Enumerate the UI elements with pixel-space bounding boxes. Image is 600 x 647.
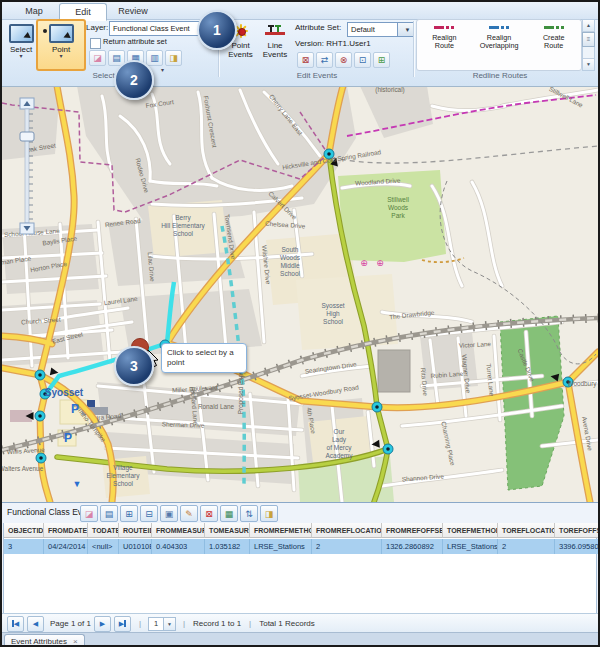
event-window-icon[interactable]: ⊡ xyxy=(354,52,371,68)
column-header-frommeasure[interactable]: FROMMEASURE xyxy=(152,523,205,538)
column-header-torefoffset[interactable]: TOREFOFFSET xyxy=(555,523,599,538)
delete-record-icon[interactable]: ⊠ xyxy=(200,505,218,522)
cell-fromrefoffset[interactable]: 1326.2860892 xyxy=(382,539,443,554)
save-icon[interactable]: ▣ xyxy=(160,505,178,522)
map-label: ▼ xyxy=(73,479,82,489)
map-label: Berry xyxy=(175,214,191,222)
column-header-fromrefmethod[interactable]: FROMREFMETHOD xyxy=(250,523,312,538)
cell-torefoffset[interactable]: 3396.0958005 xyxy=(555,539,599,554)
table-header: OBJECTIDFROMDATETODATEROUTEIDFROMMEASURE… xyxy=(4,523,599,539)
column-header-routeid[interactable]: ROUTEID xyxy=(119,523,152,538)
select-button[interactable]: Select ▾ xyxy=(5,20,37,70)
split-event-icon[interactable]: ⊠ xyxy=(297,52,314,68)
unselect-records-icon[interactable]: ⊟ xyxy=(140,505,158,522)
map-label: Syosset xyxy=(45,387,84,398)
map-label: Channing Place xyxy=(439,421,456,467)
map-label: School xyxy=(173,230,193,237)
tab-event-attributes[interactable]: Event Attributes× xyxy=(4,634,85,647)
line-events-icon xyxy=(265,24,285,39)
record-range-text: Record 1 to 1 xyxy=(193,619,241,628)
realign-route-button[interactable]: RealignRoute xyxy=(417,20,472,70)
table-row[interactable]: 304/24/2014<null>U01010E0.4043031.035182… xyxy=(4,539,599,554)
redline-button-label: Overlapping xyxy=(480,42,519,50)
column-header-toreflocation[interactable]: TOREFLOCATION xyxy=(498,523,555,538)
pagination-bar: ◀ ◀ Page 1 of 1 ▶ ▶ | 1 ▼ | Record 1 to … xyxy=(2,613,598,633)
attributes-table-icon[interactable]: ▦ xyxy=(220,505,238,522)
last-page-button[interactable]: ▶ xyxy=(114,616,131,632)
tab-map[interactable]: Map xyxy=(12,4,56,18)
next-page-button[interactable]: ▶ xyxy=(94,616,111,632)
clear-selection-icon[interactable]: ◪ xyxy=(89,50,106,66)
zoom-track[interactable] xyxy=(25,109,29,223)
map-label: ⊕ xyxy=(376,258,384,268)
group-separator xyxy=(413,21,415,77)
clear-selection-icon[interactable]: ◪ xyxy=(80,505,98,522)
attribute-set-combobox[interactable]: Default xyxy=(347,22,400,37)
redline-routes-panel: RealignRouteRealignOverlappingCreateRout… xyxy=(416,19,582,71)
map-label: Our xyxy=(334,428,346,435)
cell-torefmethod[interactable]: LRSE_Stations xyxy=(443,539,498,554)
select-tool-icon xyxy=(9,24,34,43)
cell-fromrefmethod[interactable]: LRSE_Stations xyxy=(250,539,312,554)
column-header-torefmethod[interactable]: TOREFMETHOD xyxy=(443,523,498,538)
page-indicator: Page 1 of 1 xyxy=(50,619,91,628)
create-route-button[interactable]: CreateRoute xyxy=(526,20,581,70)
selectable-layers-icon[interactable]: ◨ xyxy=(165,50,182,66)
scroll-up-icon[interactable]: ▲ xyxy=(583,20,594,32)
edit-record-icon[interactable]: ✎ xyxy=(180,505,198,522)
column-header-objectid[interactable]: OBJECTID xyxy=(4,523,44,538)
merge-event-icon[interactable]: ⇄ xyxy=(316,52,333,68)
trim-event-icon[interactable]: ⊗ xyxy=(335,52,352,68)
map-svg: (historical)Fox CourtFoxhurst CrescentCh… xyxy=(2,86,598,502)
select-related-icon[interactable]: ▥ xyxy=(146,50,163,66)
map-label: Academy xyxy=(325,452,353,460)
previous-page-button[interactable]: ◀ xyxy=(27,616,44,632)
point-select-button[interactable]: Point ▾ xyxy=(36,19,86,71)
map-label: ⊕ xyxy=(360,258,368,268)
scroll-down-icon[interactable]: ▼ xyxy=(583,58,594,70)
map-canvas[interactable]: (historical)Fox CourtFoxhurst CrescentCh… xyxy=(2,86,598,502)
map-label: South xyxy=(282,246,299,253)
select-records-icon[interactable]: ⊞ xyxy=(120,505,138,522)
cell-tomeasure[interactable]: 1.035182 xyxy=(205,539,250,554)
cell-frommeasure[interactable]: 0.404303 xyxy=(152,539,205,554)
first-page-button[interactable]: ◀ xyxy=(7,616,24,632)
map-label: Stillwell xyxy=(387,196,409,203)
zoom-slider-handle[interactable] xyxy=(20,132,34,141)
cell-objectid[interactable]: 3 xyxy=(4,539,44,554)
cell-toreflocation[interactable]: 2 xyxy=(498,539,555,554)
panel-tab-bar: Event Attributes× xyxy=(2,632,598,647)
cell-routeid[interactable]: U01010E xyxy=(119,539,152,554)
map-label: of Mercy xyxy=(327,444,353,452)
tab-review[interactable]: Review xyxy=(108,4,158,18)
event-table-icon[interactable]: ⊞ xyxy=(373,52,390,68)
realign-overlapping-button[interactable]: RealignOverlapping xyxy=(472,20,527,70)
ribbon: Map Edit Review Select ▾ Point ▾ Layer: … xyxy=(2,2,598,87)
return-attribute-set-checkbox[interactable] xyxy=(90,38,101,49)
chevron-down-icon[interactable]: ▼ xyxy=(164,617,176,631)
column-header-todate[interactable]: TODATE xyxy=(88,523,119,538)
column-header-tomeasure[interactable]: TOMEASURE xyxy=(205,523,250,538)
cell-fromdate[interactable]: 04/24/2014 xyxy=(44,539,88,554)
cell-fromreflocation[interactable]: 2 xyxy=(312,539,382,554)
line-events-button[interactable]: Line Events xyxy=(257,20,293,70)
map-label: Hill Elementary xyxy=(161,222,205,230)
layer-combobox-value: Functional Class Event xyxy=(113,24,190,33)
cell-todate[interactable]: <null> xyxy=(88,539,119,554)
map-label: Ronald Lane xyxy=(198,403,235,410)
redline-scrollbar[interactable]: ▲ ≡ ▼ xyxy=(582,19,595,71)
map-label: Middle xyxy=(280,262,300,269)
column-header-fromdate[interactable]: FROMDATE xyxy=(44,523,88,538)
separator: | xyxy=(139,619,141,628)
sort-icon[interactable]: ⇅ xyxy=(240,505,258,522)
map-label: School xyxy=(280,270,300,277)
show-all-records-icon[interactable]: ▤ xyxy=(100,505,118,522)
scrollbar-thumb[interactable]: ≡ xyxy=(582,32,595,47)
close-icon[interactable]: × xyxy=(73,637,78,646)
page-number-combo[interactable]: 1 ▼ xyxy=(148,617,176,631)
column-header-fromrefoffset[interactable]: FROMREFOFFSET xyxy=(382,523,443,538)
chevron-down-icon[interactable]: ▾ xyxy=(161,66,164,73)
column-header-fromreflocation[interactable]: FROMREFLOCATION xyxy=(312,523,382,538)
open-icon[interactable]: ◨ xyxy=(260,505,278,522)
app-window: Map Edit Review Select ▾ Point ▾ Layer: … xyxy=(0,0,600,647)
